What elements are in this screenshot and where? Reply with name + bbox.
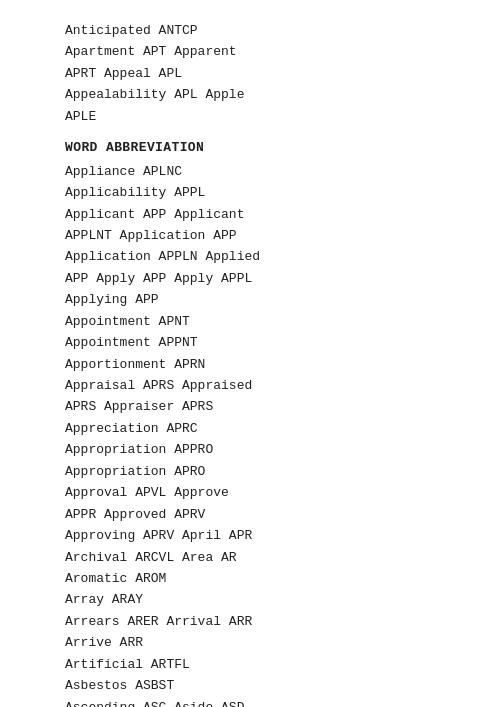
list-item: Artificial ARTFL [65, 654, 470, 675]
word-list: Anticipated ANTCP Apartment APT Apparent… [65, 20, 470, 707]
list-item: Anticipated ANTCP [65, 20, 470, 41]
abbreviation-list: Appliance APLNC Applicability APPL Appli… [65, 161, 470, 707]
list-item: Applicant APP Applicant [65, 204, 470, 225]
list-item: APPLNT Application APP [65, 225, 470, 246]
list-item: Appreciation APRC [65, 418, 470, 439]
list-item: Applying APP [65, 289, 470, 310]
list-item: APRT Appeal APL [65, 63, 470, 84]
list-item: Appointment APPNT [65, 332, 470, 353]
list-item: Approval APVL Approve [65, 482, 470, 503]
list-item: Appropriation APRO [65, 461, 470, 482]
header-items-group: Anticipated ANTCP Apartment APT Apparent… [65, 20, 470, 127]
list-item: Asbestos ASBST [65, 675, 470, 696]
list-item: APP Apply APP Apply APPL [65, 268, 470, 289]
section-header: WORD ABBREVIATION [65, 137, 470, 158]
list-item: Appealability APL Apple [65, 84, 470, 105]
list-item: Apportionment APRN [65, 354, 470, 375]
list-item: Array ARAY [65, 589, 470, 610]
list-item: Appropriation APPRO [65, 439, 470, 460]
list-item: Apartment APT Apparent [65, 41, 470, 62]
list-item: Approving APRV April APR [65, 525, 470, 546]
list-item: APPR Approved APRV [65, 504, 470, 525]
list-item: Application APPLN Applied [65, 246, 470, 267]
list-item: Arrears ARER Arrival ARR [65, 611, 470, 632]
list-item: Appliance APLNC [65, 161, 470, 182]
list-item: Archival ARCVL Area AR [65, 547, 470, 568]
list-item: APRS Appraiser APRS [65, 396, 470, 417]
list-item: Ascending ASC Aside ASD [65, 697, 470, 707]
list-item: Appointment APNT [65, 311, 470, 332]
list-item: APLE [65, 106, 470, 127]
list-item: Aromatic AROM [65, 568, 470, 589]
list-item: Arrive ARR [65, 632, 470, 653]
list-item: Appraisal APRS Appraised [65, 375, 470, 396]
list-item: Applicability APPL [65, 182, 470, 203]
